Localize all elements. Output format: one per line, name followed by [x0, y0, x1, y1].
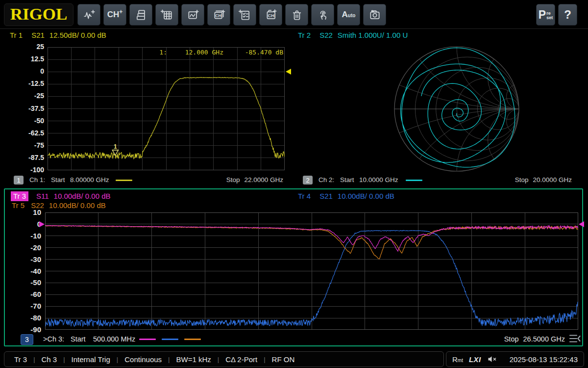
help-button[interactable]: ?	[558, 4, 577, 26]
channel1-start-label: Start	[51, 176, 65, 184]
sheet-add-button[interactable]	[155, 4, 178, 26]
channel-window-add-button[interactable]: CH	[207, 4, 230, 26]
channel-window-add-icon: CH	[213, 8, 225, 21]
channel2-badge[interactable]: 2	[303, 176, 313, 184]
channel3-stop[interactable]: Stop 26.5000 GHz	[504, 335, 565, 343]
smith-trace	[401, 48, 515, 167]
trace2-scale: Smith 1.000U/ 1.00 U	[338, 31, 408, 39]
status-item: Tr 3	[14, 355, 27, 364]
y-axis-label: -75	[11, 141, 44, 149]
speaker-muted-icon	[487, 355, 497, 364]
ref-level-marker-tr3-left[interactable]	[39, 221, 45, 227]
channel2-stop[interactable]: Stop 20.0000 GHz	[515, 176, 572, 184]
preset-label: P	[539, 8, 546, 22]
trace3-label[interactable]: Tr 3	[11, 191, 28, 201]
channel2-start-value[interactable]: 10.0000 GHz	[359, 176, 398, 184]
trace4-color-swatch	[162, 339, 178, 340]
status-separator: |	[33, 356, 35, 363]
auto-scale-label-sub: uto	[348, 13, 356, 18]
y-axis-label: -62.5	[11, 129, 44, 137]
status-item: Continuous	[124, 355, 162, 364]
channel2-stop-value: 20.0000 GHz	[533, 176, 572, 184]
ref-level-marker-tr3-right[interactable]	[579, 221, 584, 227]
trace1-meas: S21	[31, 31, 45, 39]
touch-button[interactable]	[311, 4, 334, 26]
trace1-scale: 12.50dB/ 0.00 dB	[49, 31, 106, 39]
trace5-color-swatch	[184, 339, 201, 340]
window-stack-icon	[135, 8, 147, 21]
plot-grid	[48, 47, 285, 170]
ref-level-marker-tr1[interactable]	[286, 69, 291, 75]
vna-screen: RIGOL CH+CHCHAuto P re set ? Tr 1S2112.5…	[0, 0, 588, 368]
plot1-graph[interactable]: 1	[48, 47, 285, 170]
status-items: Tr 3|Ch 3|Internal Trig|Continuous|BW=1 …	[14, 355, 294, 364]
status-separator: |	[264, 356, 265, 363]
meas-list-add-icon	[239, 8, 251, 21]
smith-chart[interactable]	[391, 43, 522, 175]
trace1-header: Tr 1S2112.50dB/ 0.00 dB	[10, 31, 106, 39]
status-separator: |	[168, 356, 170, 363]
status-item: BW=1 kHz	[176, 355, 211, 364]
toolbar: RIGOL CH+CHCHAuto P re set ?	[0, 0, 588, 29]
channel1-label: Ch 1:	[29, 176, 45, 184]
window-stack-button[interactable]	[129, 4, 152, 26]
trace-add-button[interactable]	[77, 4, 100, 26]
trace4-header: Tr 4S2110.00dB/ 0.00 dB	[298, 192, 394, 200]
y-axis-label: -20	[13, 243, 41, 252]
channel3-badge[interactable]: 3	[21, 334, 33, 345]
sheet-add-icon	[161, 8, 173, 21]
channel3-label: >Ch 3:	[43, 335, 64, 343]
channel1-badge[interactable]: 1	[14, 176, 24, 184]
y-axis-label: 10	[13, 208, 41, 216]
preset-button[interactable]: P re set	[536, 4, 555, 26]
y-axis-label: 25	[11, 43, 44, 51]
screenshot-button[interactable]	[363, 4, 386, 26]
trace3-meas: S11	[36, 192, 49, 200]
trace2-header: Tr 2S22Smith 1.000U/ 1.00 U	[298, 31, 408, 39]
y-axis-label: -100	[11, 166, 44, 174]
channel1-start-value[interactable]: 8.00000 GHz	[70, 176, 109, 184]
plot3-graph[interactable]	[45, 212, 578, 330]
y-axis-label: -30	[13, 255, 41, 263]
channel3-start-label: Start	[71, 335, 86, 343]
help-icon: ?	[564, 8, 571, 22]
trace2-label[interactable]: Tr 2	[298, 31, 311, 39]
trace3-color-swatch	[139, 339, 156, 340]
preset-label-set: set	[546, 16, 553, 20]
trace5-scale: 10.00dB/ 0.00 dB	[49, 201, 106, 210]
y-axis-label: -90	[13, 325, 41, 334]
trace1-label[interactable]: Tr 1	[10, 31, 23, 39]
y-axis-label: 0	[13, 220, 41, 228]
delete-button[interactable]	[285, 4, 308, 26]
y-axis-label: -12.5	[11, 79, 44, 87]
channel-sheet-add-button[interactable]: CH	[259, 4, 282, 26]
svg-text:1: 1	[114, 143, 117, 150]
status-item: CΔ 2-Port	[225, 355, 257, 364]
meas-list-add-button[interactable]	[233, 4, 256, 26]
trace4-scale: 10.00dB/ 0.00 dB	[338, 192, 394, 200]
channel1-stop[interactable]: Stop 22.0000 GHz	[226, 176, 283, 184]
trace3-header: S1110.00dB/ 0.00 dB	[36, 192, 111, 200]
y-axis-label: -10	[13, 232, 41, 240]
y-axis-label: -40	[13, 267, 41, 275]
hide-menu-button[interactable]	[567, 333, 581, 346]
channel1-stop-label: Stop	[226, 176, 240, 184]
trace-window-add-button[interactable]	[181, 4, 204, 26]
rmt-label: R	[452, 355, 458, 364]
remote-indicator: Rmt	[452, 355, 463, 364]
channel-add-button[interactable]: CH+	[103, 4, 126, 26]
trace1-color-swatch	[116, 180, 132, 181]
y-axis-label: -50	[13, 278, 41, 287]
svg-text:CH: CH	[268, 13, 274, 18]
y-axis-label: -87.5	[11, 154, 44, 161]
status-item: RF ON	[272, 355, 295, 364]
channel3-start-value[interactable]: 500.000 MHz	[93, 335, 135, 343]
trace-window-add-icon	[187, 8, 199, 21]
delete-icon	[291, 8, 303, 21]
status-separator: |	[117, 356, 118, 363]
trace4-label[interactable]: Tr 4	[298, 192, 311, 200]
y-axis-label: -25	[11, 92, 44, 100]
y-axis-label: -70	[13, 302, 41, 310]
channel2-start-label: Start	[340, 176, 354, 184]
auto-scale-button[interactable]: Auto	[337, 4, 360, 26]
